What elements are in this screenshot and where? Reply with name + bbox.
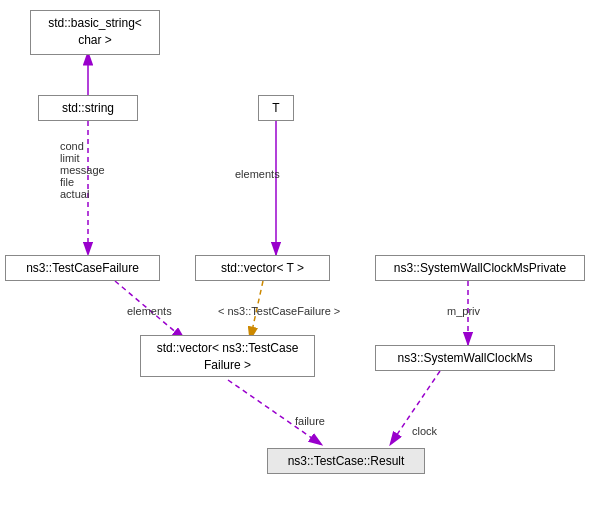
node-std-string: std::string [38,95,138,121]
node-T: T [258,95,294,121]
node-testcase-failure-label: ns3::TestCaseFailure [26,261,139,275]
node-system-wall-clock-ms: ns3::SystemWallClockMs [375,345,555,371]
node-std-vector-T: std::vector< T > [195,255,330,281]
node-testcase-failure: ns3::TestCaseFailure [5,255,160,281]
label-cond-limit: cond limit message file actual [60,140,130,200]
node-system-wall-clock-private: ns3::SystemWallClockMsPrivate [375,255,585,281]
node-system-wall-clock-private-label: ns3::SystemWallClockMsPrivate [394,261,566,275]
node-std-string-label: std::string [62,101,114,115]
node-std-vector-failure-label: std::vector< ns3::TestCaseFailure > [157,341,299,372]
node-testcase-result-label: ns3::TestCase::Result [288,454,405,468]
node-basic-string: std::basic_string< char > [30,10,160,55]
label-m-priv: m_priv [447,305,480,317]
label-clock: clock [412,425,437,437]
label-elements-T: elements [235,168,280,180]
label-failure: failure [295,415,325,427]
node-basic-string-label: std::basic_string< char > [48,16,142,47]
node-testcase-result: ns3::TestCase::Result [267,448,425,474]
diagram-container: std::basic_string< char > std::string T … [0,0,595,515]
node-std-vector-failure: std::vector< ns3::TestCaseFailure > [140,335,315,377]
svg-line-8 [228,380,322,445]
label-elements-vec: elements [127,305,172,317]
node-T-label: T [272,101,279,115]
label-template-inst: < ns3::TestCaseFailure > [218,305,340,317]
node-system-wall-clock-ms-label: ns3::SystemWallClockMs [398,351,533,365]
node-std-vector-T-label: std::vector< T > [221,261,304,275]
